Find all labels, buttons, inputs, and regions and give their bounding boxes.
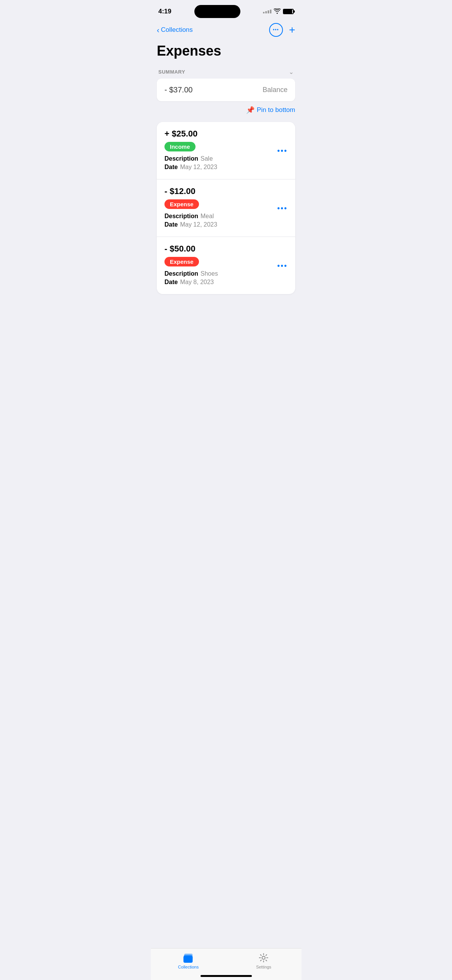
back-label: Collections — [161, 26, 193, 34]
pin-icon: 📌 — [246, 106, 255, 114]
more-button[interactable]: ••• — [269, 23, 283, 37]
ellipsis-icon: ••• — [273, 27, 279, 33]
description-label-3: Description — [164, 270, 198, 277]
date-label-1: Date — [164, 164, 178, 171]
status-time: 4:19 — [158, 8, 171, 15]
date-value-2: May 12, 2023 — [180, 221, 217, 228]
transaction-amount-3: - $50.00 — [164, 244, 288, 254]
nav-actions: ••• + — [269, 23, 295, 37]
transaction-item: + $25.00 Income ••• Description Sale Dat… — [157, 122, 295, 179]
transactions-card: + $25.00 Income ••• Description Sale Dat… — [157, 122, 295, 294]
transaction-more-button-1[interactable]: ••• — [277, 146, 288, 155]
description-value-1: Sale — [201, 155, 213, 162]
transaction-more-button-3[interactable]: ••• — [277, 261, 288, 270]
description-value-3: Shoes — [201, 270, 218, 277]
transaction-date-1: Date May 12, 2023 — [164, 164, 288, 171]
plus-icon: + — [289, 24, 295, 36]
chevron-left-icon: ‹ — [157, 26, 159, 35]
summary-card: - $37.00 Balance — [157, 79, 295, 101]
status-icons — [263, 8, 294, 15]
income-tag-1: Income — [164, 142, 196, 151]
transaction-description-2: Description Meal — [164, 213, 288, 220]
pin-label: Pin to bottom — [257, 106, 295, 114]
signal-icon — [263, 10, 271, 13]
nav-bar: ‹ Collections ••• + — [151, 20, 301, 40]
transaction-amount-1: + $25.00 — [164, 129, 288, 139]
transaction-amount-2: - $12.00 — [164, 186, 288, 196]
transaction-description-3: Description Shoes — [164, 270, 288, 277]
expense-tag-2: Expense — [164, 199, 199, 209]
description-label-2: Description — [164, 213, 198, 220]
expense-tag-3: Expense — [164, 257, 199, 266]
date-value-1: May 12, 2023 — [180, 164, 217, 171]
summary-label: SUMMARY — [158, 69, 185, 75]
description-label-1: Description — [164, 155, 198, 162]
date-label-2: Date — [164, 221, 178, 228]
page-title: Expenses — [151, 40, 301, 65]
status-bar: 4:19 — [151, 0, 301, 20]
add-button[interactable]: + — [289, 25, 295, 35]
balance-label: Balance — [263, 86, 288, 94]
transaction-description-1: Description Sale — [164, 155, 288, 162]
date-value-3: May 8, 2023 — [180, 279, 214, 286]
description-value-2: Meal — [201, 213, 214, 220]
transaction-date-3: Date May 8, 2023 — [164, 279, 288, 286]
summary-section: SUMMARY ⌄ - $37.00 Balance — [151, 65, 301, 101]
battery-icon — [283, 9, 294, 14]
transaction-date-2: Date May 12, 2023 — [164, 221, 288, 228]
notch — [194, 5, 240, 18]
summary-amount: - $37.00 — [164, 86, 192, 94]
back-button[interactable]: ‹ Collections — [157, 26, 193, 35]
transaction-item: - $50.00 Expense ••• Description Shoes D… — [157, 237, 295, 294]
summary-header[interactable]: SUMMARY ⌄ — [157, 65, 295, 79]
transaction-more-button-2[interactable]: ••• — [277, 204, 288, 212]
wifi-icon — [274, 8, 281, 15]
transaction-item: - $12.00 Expense ••• Description Meal Da… — [157, 179, 295, 237]
pin-to-bottom-button[interactable]: 📌 Pin to bottom — [151, 101, 301, 119]
chevron-down-icon: ⌄ — [289, 68, 294, 76]
date-label-3: Date — [164, 279, 178, 286]
